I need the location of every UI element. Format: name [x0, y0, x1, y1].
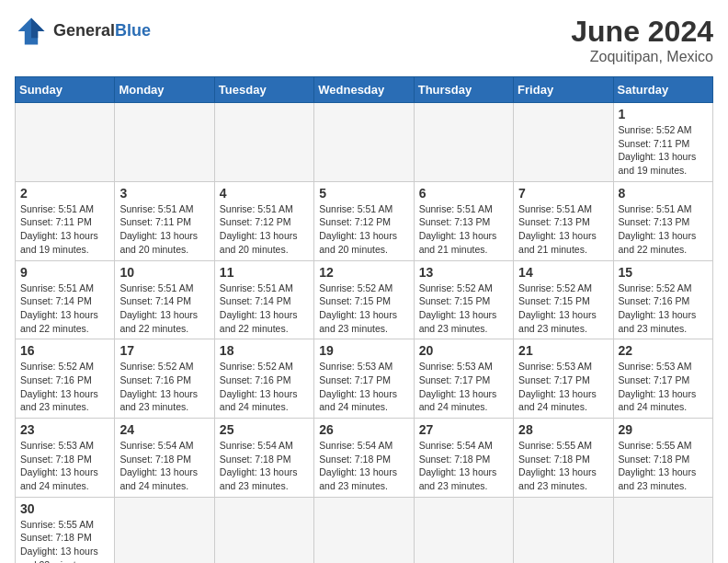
- day-info: Sunrise: 5:55 AMSunset: 7:18 PMDaylight:…: [619, 439, 708, 493]
- calendar-day-cell: 30Sunrise: 5:55 AMSunset: 7:18 PMDayligh…: [16, 497, 115, 563]
- day-info: Sunrise: 5:52 AMSunset: 7:15 PMDaylight:…: [419, 282, 508, 336]
- logo-icon: [15, 15, 48, 48]
- day-info: Sunrise: 5:52 AMSunset: 7:16 PMDaylight:…: [119, 360, 209, 414]
- calendar-day-cell: 20Sunrise: 5:53 AMSunset: 7:17 PMDayligh…: [414, 339, 513, 419]
- page-header: GeneralBlue June 2024 Zoquitipan, Mexico: [15, 15, 713, 65]
- calendar-day-cell: 14Sunrise: 5:52 AMSunset: 7:15 PMDayligh…: [514, 260, 613, 339]
- day-info: Sunrise: 5:51 AMSunset: 7:13 PMDaylight:…: [518, 202, 608, 257]
- day-number: 17: [119, 343, 209, 358]
- day-of-week-header: Saturday: [613, 77, 712, 103]
- day-number: 1: [619, 107, 708, 121]
- logo: GeneralBlue: [15, 15, 151, 48]
- calendar-day-cell: [115, 103, 214, 182]
- calendar-day-cell: 28Sunrise: 5:55 AMSunset: 7:18 PMDayligh…: [514, 419, 613, 498]
- calendar-day-cell: 1Sunrise: 5:52 AMSunset: 7:11 PMDaylight…: [613, 103, 712, 182]
- calendar-week-row: 16Sunrise: 5:52 AMSunset: 7:16 PMDayligh…: [16, 339, 713, 419]
- day-info: Sunrise: 5:51 AMSunset: 7:13 PMDaylight:…: [619, 202, 708, 257]
- title-section: June 2024 Zoquitipan, Mexico: [571, 15, 713, 65]
- day-number: 16: [20, 343, 109, 358]
- day-info: Sunrise: 5:54 AMSunset: 7:18 PMDaylight:…: [419, 439, 508, 493]
- day-number: 5: [319, 186, 408, 201]
- day-number: 9: [20, 265, 109, 280]
- calendar-day-cell: 19Sunrise: 5:53 AMSunset: 7:17 PMDayligh…: [314, 339, 414, 419]
- calendar-day-cell: [314, 497, 414, 563]
- calendar-day-cell: [514, 497, 613, 563]
- calendar-day-cell: 26Sunrise: 5:54 AMSunset: 7:18 PMDayligh…: [314, 419, 414, 498]
- day-info: Sunrise: 5:51 AMSunset: 7:13 PMDaylight:…: [419, 202, 508, 257]
- day-info: Sunrise: 5:54 AMSunset: 7:18 PMDaylight:…: [119, 439, 209, 493]
- day-number: 7: [518, 186, 608, 201]
- month-title: June 2024: [571, 15, 713, 49]
- calendar-day-cell: [414, 497, 513, 563]
- day-of-week-header: Sunday: [16, 77, 115, 103]
- day-number: 12: [319, 265, 408, 280]
- day-info: Sunrise: 5:53 AMSunset: 7:17 PMDaylight:…: [419, 360, 508, 414]
- day-number: 24: [119, 422, 209, 437]
- calendar-day-cell: 13Sunrise: 5:52 AMSunset: 7:15 PMDayligh…: [414, 260, 513, 339]
- logo-text: GeneralBlue: [53, 22, 151, 40]
- calendar-day-cell: [16, 103, 115, 182]
- day-number: 15: [619, 265, 708, 280]
- calendar-day-cell: [214, 497, 313, 563]
- calendar-week-row: 1Sunrise: 5:52 AMSunset: 7:11 PMDaylight…: [16, 103, 713, 182]
- day-of-week-header: Friday: [514, 77, 613, 103]
- calendar-day-cell: 15Sunrise: 5:52 AMSunset: 7:16 PMDayligh…: [613, 260, 712, 339]
- calendar-day-cell: [514, 103, 613, 182]
- calendar-table: SundayMondayTuesdayWednesdayThursdayFrid…: [15, 76, 713, 563]
- day-info: Sunrise: 5:54 AMSunset: 7:18 PMDaylight:…: [319, 439, 408, 493]
- calendar-day-cell: [314, 103, 414, 182]
- calendar-day-cell: [613, 497, 712, 563]
- calendar-day-cell: 11Sunrise: 5:51 AMSunset: 7:14 PMDayligh…: [214, 260, 313, 339]
- calendar-day-cell: [214, 103, 313, 182]
- day-of-week-header: Thursday: [414, 77, 513, 103]
- calendar-day-cell: 16Sunrise: 5:52 AMSunset: 7:16 PMDayligh…: [16, 339, 115, 419]
- day-info: Sunrise: 5:55 AMSunset: 7:18 PMDaylight:…: [518, 439, 608, 493]
- day-info: Sunrise: 5:51 AMSunset: 7:14 PMDaylight:…: [119, 282, 209, 336]
- day-number: 14: [518, 265, 608, 280]
- day-number: 25: [220, 422, 309, 437]
- calendar-day-cell: 25Sunrise: 5:54 AMSunset: 7:18 PMDayligh…: [214, 419, 313, 498]
- calendar-day-cell: 8Sunrise: 5:51 AMSunset: 7:13 PMDaylight…: [613, 181, 712, 260]
- day-info: Sunrise: 5:53 AMSunset: 7:17 PMDaylight:…: [319, 360, 408, 414]
- day-number: 13: [419, 265, 508, 280]
- day-info: Sunrise: 5:51 AMSunset: 7:12 PMDaylight:…: [319, 202, 408, 257]
- day-number: 22: [619, 343, 708, 358]
- day-number: 6: [419, 186, 508, 201]
- day-number: 3: [119, 186, 209, 201]
- day-number: 30: [20, 501, 109, 516]
- day-number: 11: [220, 265, 309, 280]
- calendar-day-cell: 7Sunrise: 5:51 AMSunset: 7:13 PMDaylight…: [514, 181, 613, 260]
- calendar-day-cell: [414, 103, 513, 182]
- day-number: 18: [220, 343, 309, 358]
- day-number: 26: [319, 422, 408, 437]
- day-info: Sunrise: 5:52 AMSunset: 7:16 PMDaylight:…: [220, 360, 309, 414]
- day-of-week-header: Monday: [115, 77, 214, 103]
- day-number: 20: [419, 343, 508, 358]
- calendar-header-row: SundayMondayTuesdayWednesdayThursdayFrid…: [16, 77, 713, 103]
- calendar-week-row: 23Sunrise: 5:53 AMSunset: 7:18 PMDayligh…: [16, 419, 713, 498]
- calendar-day-cell: 27Sunrise: 5:54 AMSunset: 7:18 PMDayligh…: [414, 419, 513, 498]
- day-number: 19: [319, 343, 408, 358]
- calendar-day-cell: 5Sunrise: 5:51 AMSunset: 7:12 PMDaylight…: [314, 181, 414, 260]
- day-number: 4: [220, 186, 309, 201]
- day-of-week-header: Tuesday: [214, 77, 313, 103]
- location-title: Zoquitipan, Mexico: [571, 49, 713, 65]
- day-info: Sunrise: 5:53 AMSunset: 7:18 PMDaylight:…: [20, 439, 109, 493]
- calendar-day-cell: 23Sunrise: 5:53 AMSunset: 7:18 PMDayligh…: [16, 419, 115, 498]
- calendar-day-cell: 3Sunrise: 5:51 AMSunset: 7:11 PMDaylight…: [115, 181, 214, 260]
- calendar-week-row: 30Sunrise: 5:55 AMSunset: 7:18 PMDayligh…: [16, 497, 713, 563]
- day-number: 23: [20, 422, 109, 437]
- day-of-week-header: Wednesday: [314, 77, 414, 103]
- calendar-day-cell: 12Sunrise: 5:52 AMSunset: 7:15 PMDayligh…: [314, 260, 414, 339]
- calendar-day-cell: 6Sunrise: 5:51 AMSunset: 7:13 PMDaylight…: [414, 181, 513, 260]
- calendar-week-row: 9Sunrise: 5:51 AMSunset: 7:14 PMDaylight…: [16, 260, 713, 339]
- day-number: 27: [419, 422, 508, 437]
- calendar-day-cell: 2Sunrise: 5:51 AMSunset: 7:11 PMDaylight…: [16, 181, 115, 260]
- day-info: Sunrise: 5:53 AMSunset: 7:17 PMDaylight:…: [518, 360, 608, 414]
- day-number: 2: [20, 186, 109, 201]
- day-number: 29: [619, 422, 708, 437]
- calendar-day-cell: 4Sunrise: 5:51 AMSunset: 7:12 PMDaylight…: [214, 181, 313, 260]
- day-info: Sunrise: 5:52 AMSunset: 7:16 PMDaylight:…: [20, 360, 109, 414]
- day-info: Sunrise: 5:51 AMSunset: 7:11 PMDaylight:…: [119, 202, 209, 257]
- day-info: Sunrise: 5:51 AMSunset: 7:11 PMDaylight:…: [20, 202, 109, 257]
